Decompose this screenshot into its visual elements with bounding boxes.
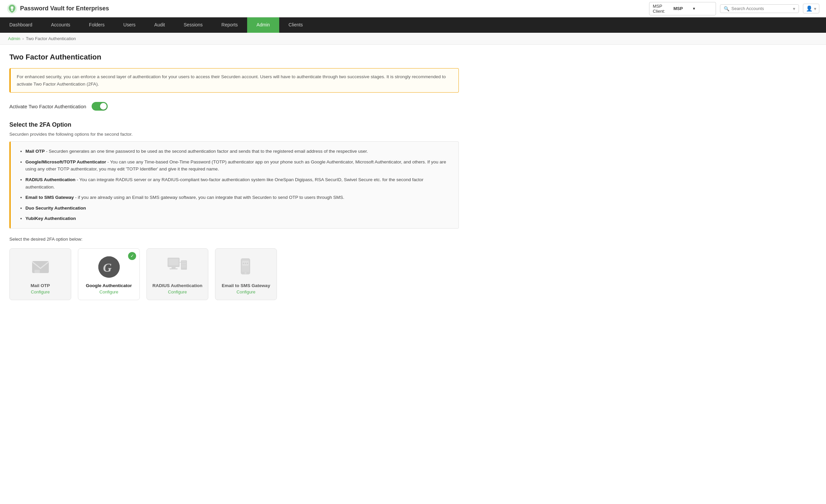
app-title: Password Vault for Enterprises (20, 5, 109, 12)
svg-rect-15 (182, 266, 186, 267)
toggle-label: Activate Two Factor Authentication (9, 104, 86, 109)
card-google-auth[interactable]: ✓ G Google Authenticator Configure (78, 248, 140, 300)
card-google-auth-name: Google Authenticator (86, 283, 132, 288)
page-content: Two Factor Authentication For enhanced s… (0, 45, 468, 308)
user-icon: 👤 (806, 5, 813, 12)
search-area: 🔍 ▾ (720, 4, 799, 13)
card-google-auth-configure-link[interactable]: Configure (99, 290, 118, 295)
card-sms-name: Email to SMS Gateway (222, 283, 270, 288)
card-radius-auth[interactable]: RADIUS Authentication Configure (146, 248, 208, 300)
svg-text:G: G (103, 261, 112, 274)
radius-icon (167, 257, 188, 277)
card-radius-name: RADIUS Authentication (153, 283, 203, 288)
option-mail-otp-desc: - Securden generates an one time passwor… (46, 149, 368, 154)
option-sms: Email to SMS Gateway - if you are alread… (25, 194, 451, 201)
options-list: Mail OTP - Securden generates an one tim… (19, 148, 451, 222)
msp-label: MSP Client: (653, 4, 672, 14)
svg-rect-9 (172, 267, 176, 268)
nav-item-folders[interactable]: Folders (79, 17, 114, 33)
nav-item-audit[interactable]: Audit (145, 17, 174, 33)
mail-icon (31, 257, 51, 277)
page-title: Two Factor Authentication (9, 53, 459, 62)
svg-point-19 (244, 272, 246, 274)
nav-item-sessions[interactable]: Sessions (174, 17, 212, 33)
google-auth-icon: G (98, 256, 120, 278)
search-input[interactable] (731, 6, 791, 11)
card-google-auth-icon-area: G (98, 254, 120, 280)
section-title: Select the 2FA Option (9, 121, 459, 128)
breadcrumb-parent-link[interactable]: Admin (8, 36, 20, 41)
option-mail-otp: Mail OTP - Securden generates an one tim… (25, 148, 451, 155)
nav-item-accounts[interactable]: Accounts (42, 17, 80, 33)
msp-value: MSP (673, 6, 693, 11)
cards-row: Mail OTP Configure ✓ G Google Authentica… (9, 248, 459, 300)
svg-rect-2 (11, 9, 13, 11)
card-sms-configure-link[interactable]: Configure (236, 290, 255, 295)
info-text: For enhanced security, you can enforce a… (17, 74, 446, 86)
svg-rect-14 (182, 265, 186, 266)
user-dropdown-icon: ▾ (814, 6, 816, 11)
selected-check-badge: ✓ (128, 252, 136, 260)
nav-item-users[interactable]: Users (114, 17, 145, 33)
svg-rect-8 (169, 259, 179, 265)
info-box: For enhanced security, you can enforce a… (9, 68, 459, 92)
option-radius-desc: - You can integrate RADIUS server or any… (25, 177, 423, 189)
nav-item-reports[interactable]: Reports (212, 17, 247, 33)
user-menu-button[interactable]: 👤 ▾ (803, 4, 819, 13)
option-sms-desc: - if you are already using an Email to S… (75, 195, 344, 200)
main-nav: Dashboard Accounts Folders Users Audit S… (0, 17, 826, 33)
svg-rect-4 (35, 270, 40, 273)
msp-chevron-icon: ▾ (693, 6, 712, 11)
two-factor-toggle[interactable] (92, 102, 108, 111)
msp-selector[interactable]: MSP Client: MSP ▾ (649, 2, 716, 15)
svg-point-1 (11, 6, 13, 9)
sms-icon (237, 257, 255, 277)
breadcrumb-current: Two Factor Authentication (26, 36, 76, 41)
app-logo-icon (7, 3, 17, 14)
card-email-sms[interactable]: Email to SMS Gateway Configure (215, 248, 277, 300)
google-auth-svg: G (98, 256, 120, 278)
card-mail-otp-name: Mail OTP (31, 283, 50, 288)
svg-rect-10 (170, 268, 178, 269)
breadcrumb: Admin › Two Factor Authentication (0, 33, 826, 45)
header-right: MSP Client: MSP ▾ 🔍 ▾ 👤 ▾ (649, 2, 819, 15)
svg-rect-12 (182, 261, 186, 262)
option-radius-name: RADIUS Authentication (25, 177, 75, 182)
svg-point-21 (243, 263, 244, 264)
options-box: Mail OTP - Securden generates an one tim… (9, 141, 459, 229)
card-sms-icon-area (237, 254, 255, 280)
option-radius: RADIUS Authentication - You can integrat… (25, 176, 451, 190)
toggle-row: Activate Two Factor Authentication (9, 102, 459, 111)
select-label: Select the desired 2FA option below: (9, 237, 459, 242)
logo-area: Password Vault for Enterprises (7, 3, 649, 14)
svg-point-23 (247, 263, 248, 264)
breadcrumb-separator: › (22, 36, 24, 41)
option-totp: Google/Microsoft/TOTP Authenticator - Yo… (25, 159, 451, 173)
nav-item-dashboard[interactable]: Dashboard (0, 17, 42, 33)
toggle-thumb (100, 103, 107, 110)
option-duo: Duo Security Authentication (25, 204, 451, 212)
option-duo-name: Duo Security Authentication (25, 205, 86, 210)
option-totp-name: Google/Microsoft/TOTP Authenticator (25, 160, 106, 165)
nav-item-admin[interactable]: Admin (247, 17, 279, 33)
header: Password Vault for Enterprises MSP Clien… (0, 0, 826, 17)
search-icon: 🔍 (724, 6, 729, 11)
option-sms-name: Email to SMS Gateway (25, 195, 74, 200)
nav-item-clients[interactable]: Clients (279, 17, 312, 33)
option-yubikey-name: YubiKey Authentication (25, 216, 76, 221)
card-radius-configure-link[interactable]: Configure (168, 290, 187, 295)
card-mail-otp[interactable]: Mail OTP Configure (9, 248, 71, 300)
card-mail-otp-configure-link[interactable]: Configure (31, 290, 50, 295)
option-yubikey: YubiKey Authentication (25, 215, 451, 222)
card-mail-otp-icon-area (31, 254, 51, 280)
section-desc: Securden provides the following options … (9, 132, 459, 137)
svg-rect-13 (182, 263, 186, 264)
option-mail-otp-name: Mail OTP (25, 149, 45, 154)
search-dropdown-icon: ▾ (793, 6, 795, 11)
svg-point-22 (245, 263, 246, 264)
card-radius-icon-area (167, 254, 188, 280)
